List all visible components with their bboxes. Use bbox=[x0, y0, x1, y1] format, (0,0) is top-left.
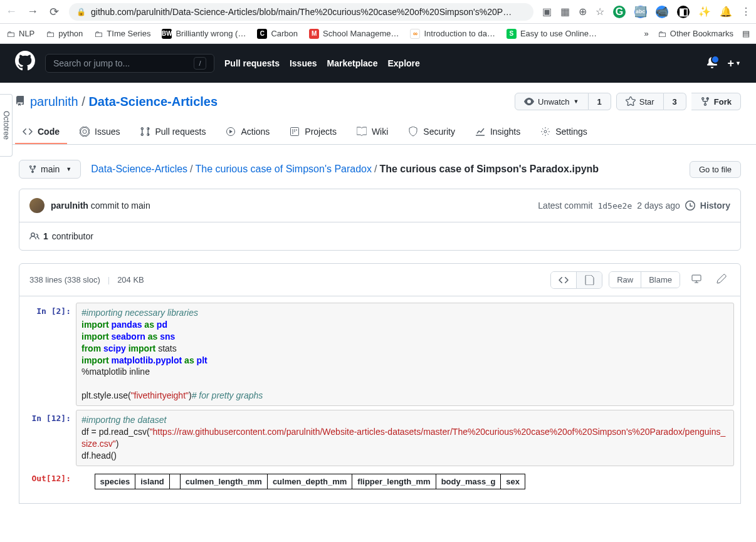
edit-icon[interactable] bbox=[713, 270, 730, 289]
url-bar[interactable]: 🔒 github.com/parulnith/Data-Science-Arti… bbox=[69, 3, 533, 21]
folder-icon: 🗀 bbox=[658, 29, 666, 39]
commit-box: parulnith commit to main Latest commit 1… bbox=[19, 189, 741, 251]
github-logo[interactable] bbox=[15, 51, 35, 76]
output-cell: speciesisland culmen_length_mmculmen_dep… bbox=[76, 470, 734, 493]
avatar[interactable] bbox=[29, 198, 45, 213]
file-header: 338 lines (338 sloc) | 204 KB Raw Blame bbox=[19, 263, 741, 296]
code-cell: #importing necessary libraries import pa… bbox=[76, 303, 734, 406]
tab-actions[interactable]: Actions bbox=[218, 120, 277, 144]
repo-name-link[interactable]: Data-Science-Articles bbox=[88, 95, 218, 108]
repo-header: parulnith / Data-Science-Articles Unwatc… bbox=[0, 83, 756, 110]
line-count: 338 lines (338 sloc) bbox=[29, 275, 100, 284]
bookmarks-bar: 🗀NLP 🗀python 🗀TIme Series BWBrilliantly … bbox=[0, 24, 756, 44]
bookmarks-overflow[interactable]: » bbox=[644, 29, 649, 38]
bookmark-carbon[interactable]: CCarbon bbox=[257, 29, 298, 39]
prompt-in: In [2]: bbox=[26, 303, 76, 406]
tab-code[interactable]: Code bbox=[15, 120, 67, 144]
grammarly-icon[interactable]: G bbox=[613, 6, 626, 18]
tab-issues[interactable]: Issues bbox=[72, 120, 127, 144]
browser-actions: ▣ ▦ ⊕ ☆ G 🔤 📹 ◧ ✨ 🔔 ⋮ bbox=[542, 6, 751, 18]
nav-pull-requests[interactable]: Pull requests bbox=[224, 58, 280, 68]
rendered-view-button[interactable] bbox=[577, 272, 602, 288]
fork-button[interactable]: Fork bbox=[691, 93, 741, 110]
search-input[interactable]: Search or jump to... / bbox=[45, 54, 214, 73]
bookmark-intro[interactable]: ∞Introduction to da… bbox=[410, 29, 495, 39]
tab-pulls[interactable]: Pull requests bbox=[132, 120, 213, 144]
site-icon: BW bbox=[162, 29, 172, 39]
forward-button[interactable]: → bbox=[26, 5, 39, 18]
zoom-icon[interactable]: ⊕ bbox=[579, 6, 587, 18]
reload-button[interactable]: ⟳ bbox=[48, 5, 60, 19]
bookmark-nlp[interactable]: 🗀NLP bbox=[6, 29, 34, 39]
repo-icon bbox=[15, 96, 25, 108]
file-size: 204 KB bbox=[117, 275, 144, 284]
browser-toolbar: ← → ⟳ 🔒 github.com/parulnith/Data-Scienc… bbox=[0, 0, 756, 24]
star-button[interactable]: Star bbox=[616, 93, 664, 110]
ext-icon-2[interactable]: ✨ bbox=[698, 6, 711, 18]
reader-icon[interactable]: ▣ bbox=[542, 6, 552, 18]
github-header: Search or jump to... / Pull requests Iss… bbox=[0, 44, 756, 83]
lock-icon: 🔒 bbox=[76, 8, 86, 16]
branch-selector[interactable]: main▼ bbox=[19, 160, 81, 179]
repo-tabs: Code Issues Pull requests Actions Projec… bbox=[0, 120, 756, 145]
file-nav: main▼ Data-Science-Articles / The curiou… bbox=[19, 160, 741, 179]
bookmark-python[interactable]: 🗀python bbox=[46, 29, 83, 39]
folder-icon: 🗀 bbox=[46, 29, 55, 39]
nav-marketplace[interactable]: Marketplace bbox=[327, 58, 378, 68]
prompt-in: In [12]: bbox=[26, 410, 76, 466]
svg-point-2 bbox=[544, 130, 547, 133]
bookmark-easy[interactable]: SEasy to use Online… bbox=[507, 29, 597, 39]
zoom-ext-icon[interactable]: 📹 bbox=[656, 6, 668, 18]
contributors[interactable]: 1 contributor bbox=[29, 231, 93, 241]
add-menu[interactable]: +▼ bbox=[728, 57, 741, 70]
history-icon[interactable] bbox=[685, 201, 695, 211]
other-bookmarks[interactable]: 🗀Other Bookmarks bbox=[658, 29, 733, 39]
notebook: In [2]: #importing necessary libraries i… bbox=[19, 296, 741, 504]
back-button[interactable]: ← bbox=[5, 5, 18, 18]
tab-insights[interactable]: Insights bbox=[468, 120, 528, 144]
menu-icon[interactable]: ⋮ bbox=[741, 6, 751, 18]
breadcrumb: Data-Science-Articles / The curious case… bbox=[91, 164, 599, 175]
crumb-folder[interactable]: The curious case of Simpson's Paradox bbox=[196, 164, 372, 175]
repo-owner-link[interactable]: parulnith bbox=[30, 95, 78, 108]
bookmark-school[interactable]: MSchool Manageme… bbox=[309, 29, 399, 39]
slash-hint: / bbox=[194, 57, 206, 70]
tab-settings[interactable]: Settings bbox=[533, 120, 595, 144]
svg-rect-3 bbox=[692, 275, 701, 281]
history-link[interactable]: History bbox=[700, 201, 730, 211]
nav-issues[interactable]: Issues bbox=[290, 58, 317, 68]
notifications-icon[interactable]: 🔔 bbox=[720, 6, 732, 18]
site-icon: ∞ bbox=[410, 29, 420, 39]
crumb-file: The curious case of Simpson's Paradox.ip… bbox=[379, 164, 599, 175]
commit-time: 2 days ago bbox=[637, 201, 680, 211]
folder-icon: 🗀 bbox=[6, 29, 15, 39]
code-cell: #importng the dataset df = pd.read_csv("… bbox=[76, 410, 734, 466]
translate-icon[interactable]: 🔤 bbox=[634, 6, 647, 18]
raw-button[interactable]: Raw bbox=[609, 272, 641, 288]
octotree-tab[interactable]: Octotree bbox=[0, 94, 13, 157]
github-nav: Pull requests Issues Marketplace Explore bbox=[224, 58, 420, 68]
nav-explore[interactable]: Explore bbox=[387, 58, 419, 68]
prompt-out: Out[12]: bbox=[26, 470, 76, 493]
crumb-repo[interactable]: Data-Science-Articles bbox=[91, 164, 187, 175]
ext-icon[interactable]: ◧ bbox=[677, 6, 690, 18]
star-count[interactable]: 3 bbox=[664, 93, 686, 110]
star-icon[interactable]: ☆ bbox=[596, 6, 604, 18]
reading-list-icon[interactable]: ▤ bbox=[742, 29, 750, 38]
blame-button[interactable]: Blame bbox=[641, 272, 680, 288]
desktop-icon[interactable] bbox=[688, 270, 705, 289]
tab-projects[interactable]: Projects bbox=[282, 120, 344, 144]
qr-icon[interactable]: ▦ bbox=[560, 6, 570, 18]
bookmark-timeseries[interactable]: 🗀TIme Series bbox=[94, 29, 150, 39]
bookmark-brilliantly[interactable]: BWBrilliantly wrong (… bbox=[162, 29, 246, 39]
unwatch-count[interactable]: 1 bbox=[589, 93, 611, 110]
folder-icon: 🗀 bbox=[94, 29, 103, 39]
tab-wiki[interactable]: Wiki bbox=[349, 120, 396, 144]
unwatch-button[interactable]: Unwatch ▼ bbox=[515, 93, 589, 110]
source-view-button[interactable] bbox=[551, 272, 577, 288]
goto-file-button[interactable]: Go to file bbox=[690, 161, 741, 178]
notifications-icon[interactable] bbox=[706, 57, 718, 70]
commit-sha[interactable]: 1d5ee2e bbox=[597, 201, 632, 211]
tab-security[interactable]: Security bbox=[401, 120, 463, 144]
output-table: speciesisland culmen_length_mmculmen_dep… bbox=[76, 474, 525, 489]
